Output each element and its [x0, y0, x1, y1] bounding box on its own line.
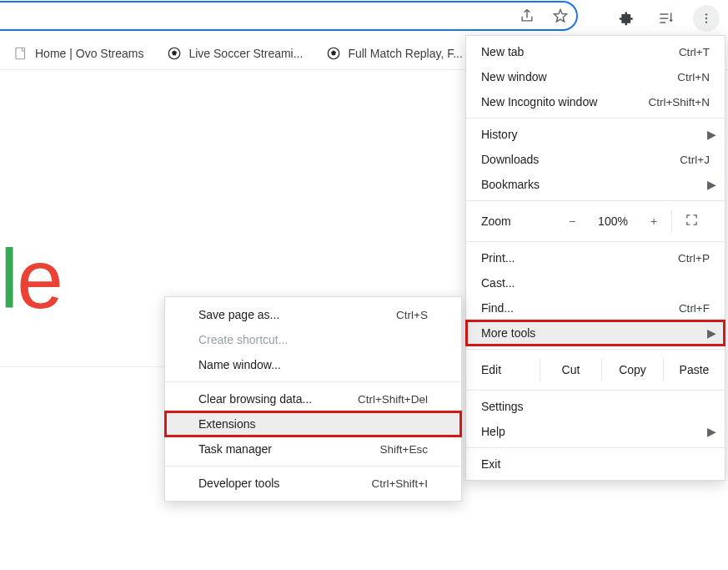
menu-more-tools[interactable]: More tools ▶ — [466, 320, 725, 346]
menu-separator — [466, 241, 725, 242]
page-icon — [13, 46, 28, 61]
chrome-menu-button[interactable] — [693, 5, 720, 32]
menu-history[interactable]: History ▶ — [466, 122, 725, 147]
menu-separator — [466, 349, 725, 350]
menu-label: Cast... — [481, 276, 515, 290]
browser-toolbar — [0, 0, 728, 33]
menu-edit-row: Edit Cut Copy Paste — [466, 353, 725, 386]
reading-list-icon[interactable] — [655, 8, 676, 29]
zoom-value: 100% — [590, 214, 636, 228]
fullscreen-button[interactable] — [672, 213, 710, 230]
menu-shortcut: Ctrl+Shift+I — [371, 477, 428, 490]
omnibox[interactable] — [0, 1, 578, 31]
menu-label: Create shortcut... — [198, 333, 288, 346]
toolbar-right-icons — [616, 5, 720, 32]
chevron-right-icon: ▶ — [707, 178, 716, 191]
menu-shortcut: Ctrl+P — [678, 252, 710, 265]
menu-shortcut: Ctrl+F — [679, 302, 710, 315]
menu-shortcut: Ctrl+Shift+Del — [358, 393, 428, 406]
menu-new-tab[interactable]: New tab Ctrl+T — [466, 39, 725, 64]
svg-point-1 — [705, 18, 707, 19]
submenu-clear-browsing-data[interactable]: Clear browsing data... Ctrl+Shift+Del — [165, 386, 461, 411]
submenu-developer-tools[interactable]: Developer tools Ctrl+Shift+I — [165, 471, 461, 496]
google-logo-fragment: le — [0, 237, 62, 320]
menu-find[interactable]: Find... Ctrl+F — [466, 295, 725, 320]
menu-label: Print... — [481, 251, 515, 265]
bookmark-ovo-streams[interactable]: Home | Ovo Streams — [5, 43, 152, 64]
chevron-right-icon: ▶ — [707, 425, 716, 438]
logo-letter-e: e — [17, 232, 62, 325]
menu-label: Exit — [481, 457, 500, 471]
svg-marker-5 — [172, 50, 177, 55]
menu-label: Settings — [481, 400, 524, 413]
bookmark-label: Live Soccer Streami... — [188, 47, 303, 60]
menu-separator — [466, 118, 725, 119]
menu-separator — [165, 466, 461, 467]
chrome-main-menu: New tab Ctrl+T New window Ctrl+N New Inc… — [465, 35, 725, 481]
menu-label: More tools — [481, 326, 535, 340]
menu-label: Downloads — [481, 153, 539, 166]
menu-exit[interactable]: Exit — [466, 451, 725, 477]
soccer-icon — [167, 46, 182, 61]
svg-marker-7 — [331, 50, 336, 55]
menu-label: New window — [481, 70, 547, 83]
menu-label: New Incognito window — [481, 95, 597, 108]
menu-print[interactable]: Print... Ctrl+P — [466, 245, 725, 270]
edit-copy[interactable]: Copy — [601, 358, 663, 381]
menu-bookmarks[interactable]: Bookmarks ▶ — [466, 172, 725, 197]
menu-label: Extensions — [198, 417, 255, 431]
svg-point-2 — [705, 21, 707, 23]
menu-separator — [466, 447, 725, 448]
menu-cast[interactable]: Cast... — [466, 270, 725, 295]
menu-label: Save page as... — [198, 308, 279, 321]
menu-zoom-row: Zoom − 100% + — [466, 204, 725, 238]
menu-label: Bookmarks — [481, 178, 540, 191]
menu-shortcut: Shift+Esc — [380, 443, 428, 456]
menu-shortcut: Ctrl+S — [396, 309, 428, 321]
menu-label: Task manager — [198, 442, 272, 456]
zoom-label: Zoom — [481, 214, 555, 228]
submenu-task-manager[interactable]: Task manager Shift+Esc — [165, 436, 461, 462]
fullscreen-icon — [685, 213, 699, 227]
bookmark-label: Home | Ovo Streams — [35, 47, 143, 60]
menu-shortcut: Ctrl+T — [679, 46, 710, 58]
menu-separator — [466, 390, 725, 391]
edit-paste[interactable]: Paste — [663, 358, 725, 381]
bookmark-label: Full Match Replay, F... — [348, 47, 462, 60]
chevron-right-icon: ▶ — [707, 128, 716, 141]
omnibox-action-icons — [516, 5, 571, 27]
menu-label: Find... — [481, 301, 514, 315]
menu-new-incognito[interactable]: New Incognito window Ctrl+Shift+N — [466, 89, 725, 114]
menu-label: Help — [481, 425, 505, 438]
zoom-in-button[interactable]: + — [636, 209, 671, 233]
svg-point-0 — [705, 13, 707, 15]
menu-help[interactable]: Help ▶ — [466, 419, 725, 444]
star-icon[interactable] — [550, 5, 571, 27]
bookmark-live-soccer[interactable]: Live Soccer Streami... — [158, 43, 311, 64]
menu-new-window[interactable]: New window Ctrl+N — [466, 64, 725, 89]
more-tools-submenu: Save page as... Ctrl+S Create shortcut..… — [164, 296, 462, 502]
submenu-extensions[interactable]: Extensions — [165, 411, 461, 436]
soccer-icon — [326, 46, 341, 61]
menu-label: Clear browsing data... — [198, 392, 312, 406]
menu-separator — [165, 381, 461, 382]
menu-label: Developer tools — [198, 477, 279, 490]
edit-cut[interactable]: Cut — [540, 358, 601, 381]
share-icon[interactable] — [516, 5, 538, 27]
menu-label: New tab — [481, 45, 524, 58]
menu-shortcut: Ctrl+J — [680, 154, 710, 166]
svg-rect-3 — [16, 48, 25, 59]
menu-shortcut: Ctrl+Shift+N — [648, 96, 710, 108]
menu-shortcut: Ctrl+N — [677, 71, 710, 83]
zoom-out-button[interactable]: − — [555, 209, 590, 233]
menu-separator — [466, 200, 725, 201]
logo-letter-l: l — [0, 232, 17, 325]
bookmark-full-match[interactable]: Full Match Replay, F... — [318, 43, 470, 64]
menu-settings[interactable]: Settings — [466, 394, 725, 419]
submenu-save-page[interactable]: Save page as... Ctrl+S — [165, 302, 461, 327]
submenu-name-window[interactable]: Name window... — [165, 352, 461, 377]
submenu-create-shortcut: Create shortcut... — [165, 327, 461, 352]
extensions-icon[interactable] — [616, 8, 638, 29]
menu-downloads[interactable]: Downloads Ctrl+J — [466, 147, 725, 172]
chevron-right-icon: ▶ — [707, 326, 716, 340]
